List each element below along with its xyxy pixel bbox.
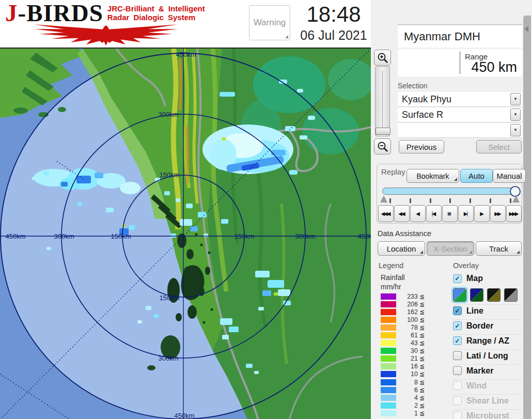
less-equal-icon: ≦ xyxy=(419,394,425,401)
legend-value: 100 xyxy=(396,316,418,323)
overlay-item-line[interactable]: ✓ Line xyxy=(453,304,522,316)
less-equal-icon: ≦ xyxy=(419,339,425,347)
site-dropdown[interactable]: Kyauk Phyu ▼ xyxy=(398,92,522,107)
less-equal-icon: ≦ xyxy=(419,379,425,386)
less-equal-icon: ≦ xyxy=(419,410,425,417)
legend-unit: mm/hr xyxy=(381,283,401,291)
overlay-item-lati-long[interactable]: ✓ Lati / Long xyxy=(453,349,522,361)
radar-map[interactable]: 450km 300km 150km 150km 300km 450km 450k… xyxy=(0,48,371,419)
chevron-down-icon[interactable]: ▼ xyxy=(510,124,521,136)
legend-row: 1 ≦ xyxy=(381,409,437,417)
legend-row: 10 ≦ xyxy=(381,370,437,378)
legend-color-swatch xyxy=(381,317,396,323)
less-equal-icon: ≦ xyxy=(419,332,425,339)
divider xyxy=(460,52,460,74)
step-back-button[interactable]: |◀ xyxy=(426,205,442,222)
chevron-down-icon[interactable]: ▼ xyxy=(510,108,521,121)
legend-row: 43 ≦ xyxy=(381,339,437,347)
x-section-button[interactable]: X-Section xyxy=(427,241,474,256)
legend-value: 10 xyxy=(396,370,418,378)
zoom-slider[interactable] xyxy=(375,66,390,136)
legend-row: 16 ≦ xyxy=(381,363,437,370)
legend-row: 2 ≦ xyxy=(381,401,437,409)
overlay-label: Overlay xyxy=(453,261,479,270)
ring-label-450-bottom: 450km xyxy=(174,412,194,419)
replay-progress-slider[interactable] xyxy=(382,188,519,195)
less-equal-icon: ≦ xyxy=(419,324,425,331)
play-reverse-button[interactable]: ◀ xyxy=(410,205,426,222)
ring-label-450-left: 450km xyxy=(5,232,25,240)
legend-value: 8 xyxy=(396,379,418,386)
range-value: 450 km xyxy=(471,59,517,75)
legend-color-swatch xyxy=(381,395,396,401)
ring-label-150-top: 150km xyxy=(159,171,179,179)
track-button[interactable]: Track xyxy=(476,241,522,256)
legend-row: 30 ≦ xyxy=(381,347,437,355)
play-button[interactable]: ▶ xyxy=(474,205,490,222)
map-style-swatch-2[interactable] xyxy=(470,288,483,302)
ring-label-300-top: 300km xyxy=(158,111,178,118)
panel-edge-strip[interactable] xyxy=(523,15,531,419)
overlay-item-map[interactable]: ✓ Map xyxy=(453,273,522,284)
less-equal-icon: ≦ xyxy=(419,355,425,362)
zoom-in-button[interactable] xyxy=(374,50,391,66)
bookmark-button[interactable]: Bookmark xyxy=(406,169,459,183)
rewind-button[interactable]: ◀◀ xyxy=(394,205,410,222)
wind-checkbox: ✓ xyxy=(453,381,462,390)
zoom-out-button[interactable] xyxy=(374,138,391,154)
rainfall-legend: 233 ≦ 206 ≦ 162 ≦ 100 ≦ xyxy=(381,292,437,417)
warning-button[interactable]: Warning xyxy=(249,5,290,40)
legend-row: 8 ≦ xyxy=(381,378,437,386)
select-button[interactable]: Select xyxy=(476,140,522,153)
overlay-item-border[interactable]: ✓ Border xyxy=(453,319,522,331)
legend-row: 61 ≦ xyxy=(381,331,437,339)
collapse-panel-icon[interactable] xyxy=(524,26,528,32)
microburst-checkbox: ✓ xyxy=(453,411,462,419)
less-equal-icon: ≦ xyxy=(419,370,425,378)
overlay-item-range-az[interactable]: ✓ Range / AZ xyxy=(453,334,522,346)
auto-button[interactable]: Auto xyxy=(460,169,493,183)
less-equal-icon: ≦ xyxy=(419,363,425,370)
chevron-down-icon[interactable]: ▼ xyxy=(510,93,521,105)
data-assistance-label: Data Assistance xyxy=(378,229,431,238)
legend-value: 21 xyxy=(396,355,418,362)
legend-color-swatch xyxy=(381,293,396,300)
rewind-fast-button[interactable]: ◀◀◀ xyxy=(378,205,394,222)
range-end-marker-icon xyxy=(512,195,520,203)
forward-button[interactable]: ▶▶ xyxy=(490,205,506,222)
clock-time: 18:48 xyxy=(292,2,375,27)
map-style-swatch-3[interactable] xyxy=(487,288,500,302)
location-button[interactable]: Location xyxy=(378,241,425,256)
forward-fast-button[interactable]: ▶▶▶ xyxy=(506,205,522,222)
map-checkbox[interactable]: ✓ xyxy=(453,274,462,283)
less-equal-icon: ≦ xyxy=(419,386,425,394)
range-az-checkbox[interactable]: ✓ xyxy=(453,336,462,345)
legend-color-swatch xyxy=(381,379,396,385)
manual-button[interactable]: Manual xyxy=(493,169,526,183)
previous-button[interactable]: Previous xyxy=(399,140,444,153)
product-dropdown[interactable]: Surface R ▼ xyxy=(398,107,522,122)
map-style-swatch-1[interactable] xyxy=(453,288,466,302)
legend-color-swatch xyxy=(381,402,396,409)
legend-color-swatch xyxy=(381,355,396,362)
line-checkbox[interactable]: ✓ xyxy=(453,306,462,315)
map-style-swatch-4[interactable] xyxy=(504,288,518,302)
option-dropdown[interactable]: ▼ xyxy=(398,123,522,138)
legend-value: 78 xyxy=(396,324,418,331)
lati-long-checkbox[interactable]: ✓ xyxy=(453,351,462,360)
check-icon: ✓ xyxy=(455,275,460,282)
legend-color-swatch xyxy=(381,324,396,331)
legend-row: 78 ≦ xyxy=(381,323,437,331)
less-equal-icon: ≦ xyxy=(419,301,425,308)
range-box: Range 450 km xyxy=(398,49,522,76)
step-forward-button[interactable]: ▶| xyxy=(458,205,474,222)
border-checkbox[interactable]: ✓ xyxy=(453,321,462,330)
marker-checkbox[interactable]: ✓ xyxy=(453,366,462,375)
overlay-item-marker[interactable]: ✓ Marker xyxy=(453,364,522,376)
ring-label-300-left: 300km xyxy=(54,232,74,240)
playback-controls: ◀◀◀ ◀◀ ◀ |◀ ■ ▶| ▶ ▶▶ ▶▶▶ xyxy=(378,205,522,222)
corner-mark-icon xyxy=(420,251,423,254)
zoom-slider-handle[interactable] xyxy=(375,128,390,135)
magnifier-minus-icon xyxy=(377,141,389,153)
stop-button[interactable]: ■ xyxy=(442,205,458,222)
